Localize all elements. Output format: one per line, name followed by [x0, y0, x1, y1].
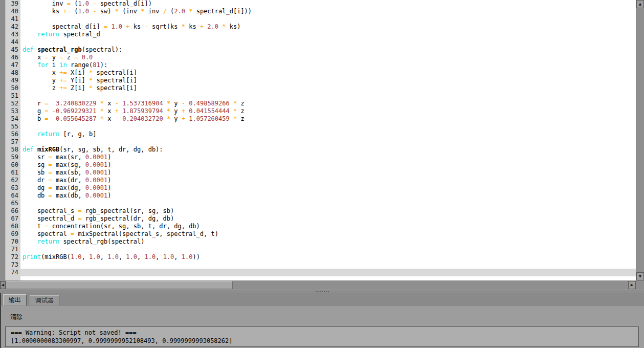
horizontal-scrollbar-thumb[interactable]	[6, 281, 233, 289]
code-line[interactable]: 60 sg = max(sg, 0.0001)	[0, 161, 636, 169]
code-text: t = concentration(sr, sg, sb, t, dr, dg,…	[20, 223, 636, 230]
code-line[interactable]: 71	[0, 246, 636, 253]
fold-margin	[0, 154, 6, 161]
line-number: 74	[6, 269, 20, 276]
code-line[interactable]: 47 for i in range(81):	[0, 61, 636, 69]
editor-vertical-scrollbar[interactable]: ▲ ▼	[636, 0, 644, 280]
fold-margin	[0, 123, 6, 130]
line-number: 57	[6, 138, 20, 146]
code-line[interactable]: 42 spectral_d[i] = 1.0 + ks - sqrt(ks * …	[0, 23, 636, 31]
code-line[interactable]: 39 inv = (1.0 - spectral_d[i])	[0, 0, 636, 8]
up-arrow-icon: ▲	[639, 3, 641, 6]
code-line[interactable]: 59 sr = max(sr, 0.0001)	[0, 154, 636, 161]
code-line[interactable]: 52 r = 3.240830229 * x - 1.537316904 * y…	[0, 100, 636, 107]
panel-splitter[interactable]	[0, 290, 644, 293]
fold-margin	[0, 215, 6, 223]
fold-margin	[0, 115, 6, 123]
fold-margin	[0, 192, 6, 200]
code-line[interactable]: 54 b = 0.055645287 * x - 0.204032720 * y…	[0, 115, 636, 123]
code-line[interactable]: 56 return [r, g, b]	[0, 130, 636, 138]
code-line[interactable]: 45def spectral_rgb(spectral):	[0, 46, 636, 54]
code-line[interactable]: 73	[0, 261, 636, 269]
code-line[interactable]: 65	[0, 200, 636, 207]
scroll-right-button[interactable]: ▶	[628, 281, 636, 289]
tab-debugger[interactable]: 调试器	[30, 295, 59, 306]
code-text: print(mixRGB(1.0, 1.0, 1.0, 1.0, 1.0, 1.…	[20, 253, 636, 261]
code-text	[20, 15, 636, 23]
line-number: 49	[6, 77, 20, 84]
fold-margin	[0, 207, 6, 215]
fold-margin	[0, 200, 6, 207]
output-console[interactable]: === Warning: Script not saved! ===[1.000…	[5, 327, 639, 347]
code-line[interactable]: 53 g = -0.969229321 * x + 1.875939794 * …	[0, 107, 636, 115]
code-line[interactable]: 41	[0, 15, 636, 23]
code-line[interactable]: 58def mixRGB(sr, sg, sb, t, dr, dg, db):	[0, 146, 636, 154]
code-line[interactable]: 74	[0, 269, 636, 276]
down-arrow-icon: ▼	[639, 275, 641, 278]
editor-horizontal-scrollbar[interactable]: ◀ ▶	[0, 280, 636, 290]
line-number: 56	[6, 130, 20, 138]
tab-output[interactable]: 输出	[3, 294, 27, 306]
scroll-down-button[interactable]: ▼	[636, 272, 644, 280]
code-text	[20, 269, 636, 276]
fold-margin	[0, 253, 6, 261]
output-line: === Warning: Script not saved! ===	[11, 329, 638, 337]
fold-margin	[0, 177, 6, 184]
code-line[interactable]: 72print(mixRGB(1.0, 1.0, 1.0, 1.0, 1.0, …	[0, 253, 636, 261]
code-line[interactable]: 48 x += X[i] * spectral[i]	[0, 69, 636, 77]
line-number: 53	[6, 107, 20, 115]
clear-button[interactable]: 清除	[10, 313, 23, 321]
code-line[interactable]: 57	[0, 138, 636, 146]
ide-window: 39 inv = (1.0 - spectral_d[i])40 ks += (…	[0, 0, 644, 348]
output-panel: 清除 === Warning: Script not saved! ===[1.…	[0, 306, 644, 348]
code-text: return spectral_d	[20, 31, 636, 38]
code-text: g = -0.969229321 * x + 1.875939794 * y +…	[20, 107, 636, 115]
code-text: b = 0.055645287 * x - 0.204032720 * y + …	[20, 115, 636, 123]
code-line[interactable]: 68 t = concentration(sr, sg, sb, t, dr, …	[0, 223, 636, 230]
code-line[interactable]: 66 spectral_s = rgb_spectral(sr, sg, sb)	[0, 207, 636, 215]
code-line[interactable]: 70 return spectral_rgb(spectral)	[0, 238, 636, 246]
line-number: 71	[6, 246, 20, 253]
splitter-handle[interactable]	[316, 291, 329, 292]
code-line[interactable]: 55	[0, 123, 636, 130]
code-line[interactable]: 46 x = y = z = 0.0	[0, 54, 636, 61]
code-text: r = 3.240830229 * x - 1.537316904 * y - …	[20, 100, 636, 107]
code-text: def mixRGB(sr, sg, sb, t, dr, dg, db):	[20, 146, 636, 154]
code-line[interactable]: 51	[0, 92, 636, 100]
code-line[interactable]: 69 spectral = mixSpectral(spectral_s, sp…	[0, 230, 636, 238]
code-line[interactable]: 61 sb = max(sb, 0.0001)	[0, 169, 636, 177]
code-text: x = y = z = 0.0	[20, 54, 636, 61]
code-line[interactable]: 49 y += Y[i] * spectral[i]	[0, 77, 636, 84]
fold-margin	[0, 146, 6, 154]
code-editor[interactable]: 39 inv = (1.0 - spectral_d[i])40 ks += (…	[0, 0, 644, 280]
scroll-up-button[interactable]: ▲	[636, 0, 644, 8]
line-number: 60	[6, 161, 20, 169]
line-number: 45	[6, 46, 20, 54]
line-number: 43	[6, 31, 20, 38]
code-line[interactable]: 40 ks += (1.0 - sw) * (inv * inv / (2.0 …	[0, 8, 636, 15]
fold-margin	[0, 269, 6, 276]
fold-margin	[0, 169, 6, 177]
code-line[interactable]: 43 return spectral_d	[0, 31, 636, 38]
code-line[interactable]: 62 dr = max(dr, 0.0001)	[0, 177, 636, 184]
code-text	[20, 246, 636, 253]
code-line[interactable]: 44	[0, 38, 636, 46]
fold-margin	[0, 107, 6, 115]
line-number: 44	[6, 38, 20, 46]
fold-margin	[0, 23, 6, 31]
code-line[interactable]: 67 spectral_d = rgb_spectral(dr, dg, db)	[0, 215, 636, 223]
fold-margin	[0, 161, 6, 169]
code-line[interactable]: 64 db = max(db, 0.0001)	[0, 192, 636, 200]
fold-margin	[0, 38, 6, 46]
line-number: 47	[6, 61, 20, 69]
code-text: dr = max(dr, 0.0001)	[20, 177, 636, 184]
fold-margin	[0, 130, 6, 138]
fold-margin	[0, 238, 6, 246]
fold-margin	[0, 8, 6, 15]
line-number: 63	[6, 184, 20, 192]
line-number: 61	[6, 169, 20, 177]
code-text: x += X[i] * spectral[i]	[20, 69, 636, 77]
code-line[interactable]: 50 z += Z[i] * spectral[i]	[0, 84, 636, 92]
scroll-left-button[interactable]: ◀	[0, 281, 6, 289]
code-line[interactable]: 63 dg = max(dg, 0.0001)	[0, 184, 636, 192]
